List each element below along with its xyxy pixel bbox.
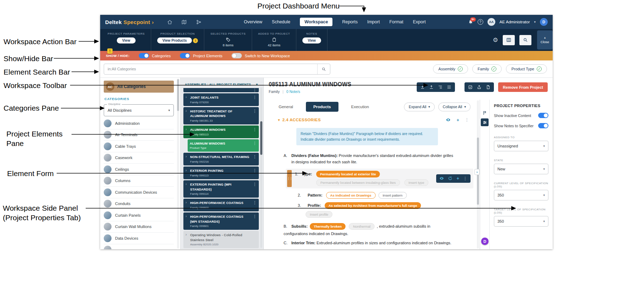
insert-profile-pill[interactable]: Insert profile [306, 211, 332, 218]
side-panel-expand-icon[interactable]: » [474, 169, 480, 175]
user-avatar[interactable]: AA [488, 18, 495, 26]
chevron-right-icon[interactable]: › [186, 109, 188, 122]
kebab-icon[interactable]: ⋮ [253, 109, 257, 122]
chevron-right-icon[interactable]: › [186, 214, 188, 228]
refresh-icon[interactable] [448, 176, 452, 181]
search-icon[interactable] [317, 64, 330, 74]
kebab-icon[interactable]: ⋮ [253, 214, 257, 228]
map-icon[interactable] [182, 19, 187, 25]
workflow-icon[interactable] [196, 19, 201, 25]
view-notes-button[interactable]: View [302, 37, 321, 43]
target-los-select[interactable]: 350▾ [494, 216, 548, 227]
expand-all-button[interactable]: Expand All▾ [404, 103, 434, 111]
element-row-selected[interactable]: › ALUMINUM WINDOWSFamily 085113 ⋮ [183, 125, 259, 138]
category-row[interactable]: Curtain Wall Mullions [104, 221, 174, 233]
kebab-icon[interactable]: ⋮ [253, 200, 257, 209]
view-project-parameters-button[interactable]: View [117, 37, 136, 43]
discipline-select[interactable]: Discipline All Disciplines ▾ [104, 104, 174, 116]
current-los-select[interactable]: 350▾ [494, 190, 548, 200]
filter-product-type[interactable]: Product Type ✓ [506, 64, 547, 74]
element-row-assembly[interactable]: › Operating Windows - Cold-Rolled Stainl… [183, 231, 259, 248]
help-icon[interactable]: ? [478, 19, 483, 25]
element-row-product-type[interactable]: ALUMINUM WINDOWSProduct Type ⋮ [188, 139, 259, 152]
search-button[interactable] [519, 35, 531, 45]
chevron-right-icon[interactable]: › [186, 200, 188, 209]
chevron-right-icon[interactable]: › [186, 154, 188, 163]
kebab-icon[interactable]: ⋮ [253, 95, 257, 104]
categories-toggle[interactable] [139, 53, 149, 58]
plus-icon[interactable]: + [456, 118, 459, 122]
category-row[interactable]: Casework [104, 152, 174, 164]
category-row[interactable]: Curtain Panels [104, 210, 174, 221]
kebab-icon[interactable]: ⋮ [253, 168, 257, 177]
document-icon[interactable] [486, 85, 490, 89]
drag-handle-icon[interactable]: ⋮⋮ [287, 170, 292, 187]
list-icon[interactable] [447, 85, 451, 89]
added-to-project-indicator[interactable]: 42 items [268, 37, 280, 47]
grid-view-button[interactable] [503, 35, 515, 45]
option-pill-selected[interactable]: As indicated on Drawings [326, 192, 376, 199]
option-pill-selected[interactable]: Permanently located at exterior lite [316, 171, 380, 177]
flag-icon[interactable] [481, 109, 489, 117]
show-inactive-toggle[interactable] [538, 113, 548, 118]
chevron-right-icon[interactable]: › [186, 95, 188, 104]
view-products-button[interactable]: View Products [157, 37, 192, 43]
element-row[interactable]: › NON-STRUCTURAL METAL FRAMINGFamily 092… [183, 153, 259, 165]
kebab-icon[interactable]: ⋮ [253, 141, 257, 150]
notifications-bell-icon[interactable]: 9+ [468, 19, 473, 25]
share-icon[interactable] [477, 85, 481, 89]
section-collapse-icon[interactable]: ▾ [278, 118, 280, 122]
insert-type-pill[interactable]: Insert type [404, 179, 428, 186]
filter-assembly[interactable]: Assembly ✓ [433, 64, 468, 74]
kebab-icon[interactable]: ⋮ [253, 154, 257, 163]
user-menu-chevron-icon[interactable]: ▾ [534, 20, 536, 24]
element-row[interactable]: › EXTERIOR PAINTINGFamily 099113 ⋮ [183, 167, 259, 179]
selected-products-indicator[interactable]: 8 items [223, 37, 234, 47]
collapse-all-button[interactable]: Collapse All▾ [438, 103, 471, 111]
category-row[interactable]: Conduits [104, 198, 174, 210]
element-row[interactable]: › JOINT SEALANTSFamily 079200 ⋮ [183, 93, 259, 106]
home-icon[interactable] [167, 19, 172, 25]
gear-icon[interactable]: ⚙ [493, 37, 498, 43]
state-select[interactable]: New▾ [494, 164, 548, 174]
menu-reports[interactable]: Reports [342, 19, 358, 24]
menu-overview[interactable]: Overview [244, 19, 262, 24]
subsills-pill-selected[interactable]: Thermally broken [310, 223, 346, 230]
category-row[interactable]: Air Terminals [104, 129, 174, 141]
chevron-right-icon[interactable]: › [186, 182, 188, 195]
user-name[interactable]: AE Administrator [500, 20, 530, 24]
menu-format[interactable]: Format [389, 19, 404, 24]
all-categories-header[interactable]: AC All Categories [104, 81, 174, 93]
assigned-to-select[interactable]: Unassigned▾ [494, 141, 548, 151]
category-row[interactable]: Administration [104, 118, 174, 129]
insert-pattern-pill[interactable]: Insert pattern [378, 192, 407, 199]
element-row[interactable]: › HIGH-PERFORMANCE COATINGSFamily 099600… [183, 199, 259, 211]
category-row[interactable]: Ceilings [104, 164, 174, 175]
element-row[interactable]: › HISTORIC TREATMENT OF ALUMINUM WINDOWS… [183, 107, 259, 124]
menu-workspace[interactable]: Workspace [300, 18, 332, 26]
kebab-icon[interactable]: ⋮ [253, 127, 257, 136]
tab-products[interactable]: Products [306, 102, 338, 112]
filter-family[interactable]: Family ✓ [472, 64, 502, 74]
deltek-app-badge[interactable]: D [540, 18, 548, 26]
subsills-pill-alternate[interactable]: Nonthermal [349, 223, 375, 230]
category-row[interactable]: Cable Trays [104, 141, 174, 152]
option-pill-alternate[interactable]: Permanently located between insulating-g… [316, 179, 400, 186]
element-row-clipped[interactable]: ⋮ [183, 88, 259, 92]
scrollbar-thumb[interactable] [177, 79, 179, 111]
show-notes-toggle[interactable] [538, 123, 548, 128]
menu-import[interactable]: Import [367, 19, 380, 24]
search-input[interactable] [104, 67, 317, 71]
option-row-type[interactable]: ⋮⋮ 1. Type: Permanently located at exter… [286, 169, 473, 188]
option-pill-selected[interactable]: As selected by Architect from manufactur… [325, 202, 421, 209]
chevron-right-icon[interactable]: › [186, 168, 188, 177]
menu-schedule[interactable]: Schedule [272, 19, 290, 24]
tab-execution[interactable]: Execution [351, 102, 369, 111]
category-row[interactable]: Data Devices [104, 233, 174, 244]
menu-export[interactable]: Export [413, 19, 426, 24]
elements-header[interactable]: ASSEMBLIES : ALL PROJECT ELEMENTS ▾ [183, 78, 259, 87]
category-row-clipped[interactable] [104, 244, 174, 250]
chevron-right-icon[interactable]: › [186, 233, 188, 246]
kebab-icon[interactable]: ⋮ [253, 182, 257, 195]
outline-list-icon[interactable] [438, 85, 443, 89]
